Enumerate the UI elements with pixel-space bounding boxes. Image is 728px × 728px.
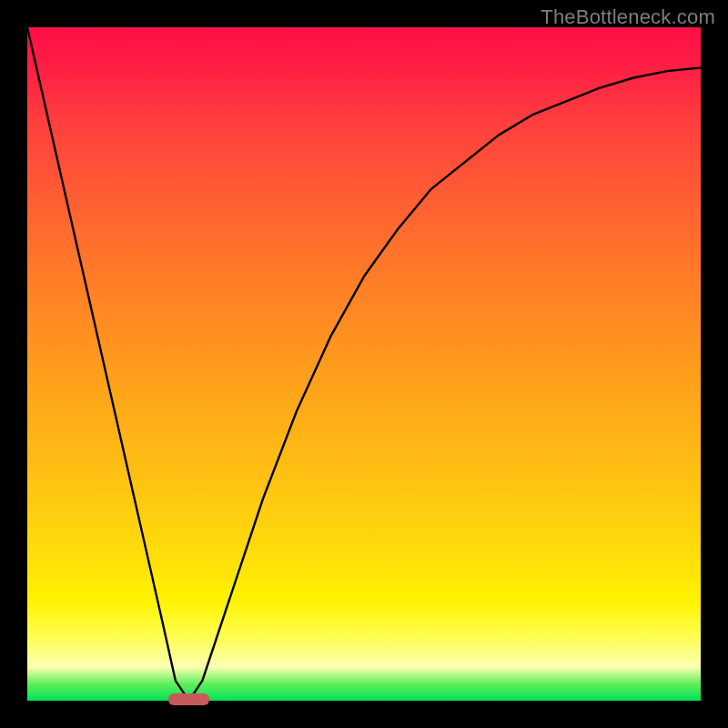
plot-area [27, 27, 701, 701]
bottleneck-curve [27, 27, 701, 701]
chart-frame: TheBottleneck.com [0, 0, 728, 728]
optimal-marker [168, 693, 208, 705]
watermark-text: TheBottleneck.com [541, 5, 715, 29]
